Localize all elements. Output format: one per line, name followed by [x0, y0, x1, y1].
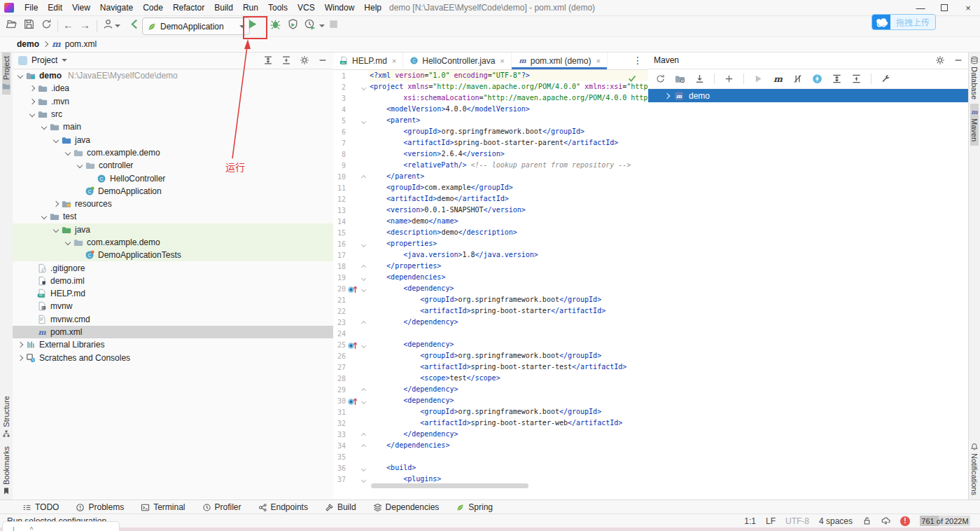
tree-chevron-icon[interactable]	[18, 342, 23, 347]
save-icon[interactable]	[23, 18, 37, 32]
close-button[interactable]: ×	[956, 3, 980, 13]
collapse-all-icon[interactable]	[851, 74, 862, 84]
tree-item-demoapplication[interactable]: CDemoApplication	[13, 185, 333, 198]
fold-end-icon[interactable]	[358, 173, 368, 181]
back-icon[interactable]: ←	[63, 18, 77, 32]
tree-chevron-icon[interactable]	[77, 163, 83, 168]
editor[interactable]: MDHELP.md×CHelloController.java×mpom.xml…	[333, 52, 649, 499]
bottom-tab-build[interactable]: Build	[325, 502, 356, 512]
settings-icon[interactable]	[300, 55, 309, 65]
download-icon[interactable]	[694, 74, 705, 84]
tree-item-demoapplicationtests[interactable]: CDemoApplicationTests	[13, 249, 333, 261]
build-icon[interactable]	[129, 18, 143, 32]
profiler-button[interactable]	[304, 18, 318, 32]
open-icon[interactable]	[6, 18, 20, 32]
tree-chevron-icon[interactable]	[53, 226, 59, 232]
tree-chevron-icon[interactable]	[29, 111, 35, 117]
lock-icon[interactable]	[862, 516, 872, 525]
tree-item-demo-iml[interactable]: demo.iml	[13, 275, 333, 287]
bottom-tab-todo[interactable]: TODO	[22, 502, 59, 512]
tab-close-icon[interactable]: ×	[500, 57, 504, 65]
expand-all-icon[interactable]	[263, 55, 273, 65]
minimize-button[interactable]: —	[909, 3, 932, 13]
sync-icon[interactable]	[41, 18, 55, 32]
breadcrumb-file[interactable]: pom.xml	[65, 39, 97, 49]
cloud-settings-icon[interactable]	[881, 516, 890, 525]
menu-code[interactable]: Code	[138, 0, 168, 15]
profile-dropdown-icon[interactable]	[115, 25, 120, 27]
tool-strip-tab-bookmarks[interactable]: Bookmarks	[2, 442, 10, 499]
tree-chevron-icon[interactable]	[18, 354, 23, 360]
debug-button[interactable]	[270, 18, 284, 32]
maximize-button[interactable]	[932, 3, 956, 13]
menu-window[interactable]: Window	[320, 0, 360, 15]
tree-item-pom-xml[interactable]: mpom.xml	[13, 326, 333, 338]
tree-chevron-icon[interactable]	[65, 240, 71, 245]
run-disabled-icon[interactable]	[753, 74, 764, 84]
tree-item-test[interactable]: test	[13, 210, 333, 223]
menu-file[interactable]: File	[20, 0, 43, 15]
fold-end-icon[interactable]	[358, 431, 368, 439]
editor-tab-pom-xml-demo-[interactable]: mpom.xml (demo)×	[512, 52, 608, 69]
tree-item-main[interactable]: main	[13, 120, 333, 133]
tree-item--mvn[interactable]: .mvn	[13, 95, 333, 108]
fold-open-icon[interactable]	[358, 117, 368, 125]
tree-chevron-icon[interactable]	[29, 85, 35, 91]
breadcrumb-project[interactable]: demo	[17, 39, 39, 49]
tree-item-java[interactable]: java	[13, 223, 333, 236]
tree-chevron-icon[interactable]	[41, 124, 47, 130]
tool-strip-tab-maven[interactable]: mMaven	[970, 104, 979, 146]
tab-close-icon[interactable]: ×	[392, 57, 396, 65]
maven-tree-item-demo[interactable]: mdemo	[648, 89, 969, 102]
hide-icon[interactable]	[318, 55, 328, 65]
tool-strip-tab-database[interactable]: Database	[970, 52, 979, 104]
menu-vcs[interactable]: VCS	[293, 0, 320, 15]
caret-position[interactable]: 1:1	[744, 516, 756, 526]
tree-chevron-icon[interactable]	[65, 150, 71, 156]
indent-setting[interactable]: 4 spaces	[819, 516, 853, 526]
fold-open-icon[interactable]	[358, 240, 368, 248]
dependency-nav-icon[interactable]	[347, 284, 358, 294]
tree-item-scratches-and-consoles[interactable]: Scratches and Consoles	[13, 352, 333, 364]
tree-item-com-example-demo[interactable]: com.example.demo	[13, 146, 333, 159]
tool-strip-tab-notifications[interactable]: Notifications	[970, 439, 979, 499]
line-ending[interactable]: LF	[766, 516, 776, 526]
tree-item--idea[interactable]: .idea	[13, 82, 333, 95]
tree-chevron-icon[interactable]	[18, 73, 23, 78]
tree-item-hellocontroller[interactable]: CHelloController	[13, 172, 333, 184]
profile-icon[interactable]	[102, 18, 116, 32]
tree-item-java[interactable]: java	[13, 133, 333, 146]
tree-item-com-example-demo[interactable]: com.example.demo	[13, 236, 333, 249]
error-notification-icon[interactable]: !	[900, 516, 910, 526]
tree-item-resources[interactable]: resources	[13, 198, 333, 210]
bottom-tab-dependencies[interactable]: Dependencies	[373, 502, 440, 512]
folder-settings-icon[interactable]	[675, 74, 685, 84]
tree-item--gitignore[interactable]: .gitignore	[13, 261, 333, 274]
plus-icon[interactable]	[724, 74, 734, 84]
fold-end-icon[interactable]	[358, 386, 368, 394]
tool-strip-tab-project[interactable]: Project	[2, 52, 10, 95]
bottom-tab-profiler[interactable]: Profiler	[202, 502, 241, 512]
menu-navigate[interactable]: Navigate	[95, 0, 138, 15]
floating-tool-popup[interactable]: |^...	[2, 521, 120, 531]
fold-open-icon[interactable]	[358, 464, 368, 472]
fold-open-icon[interactable]	[358, 476, 368, 483]
run-configuration-combo[interactable]: DemoApplication	[142, 18, 250, 35]
menu-help[interactable]: Help	[359, 0, 386, 15]
tree-chevron-icon[interactable]	[664, 92, 670, 98]
fold-open-icon[interactable]	[358, 341, 368, 349]
fold-open-icon[interactable]	[358, 285, 368, 293]
tree-item-demo[interactable]: demoN:\JavaEE\MyselfCode\demo	[13, 69, 333, 82]
memory-indicator[interactable]: 761 of 2022M	[920, 516, 970, 526]
dependency-nav-icon[interactable]	[347, 340, 358, 350]
drag-upload-badge[interactable]: 拖拽上传	[872, 14, 936, 30]
fold-end-icon[interactable]	[358, 319, 368, 326]
inspection-ok-icon[interactable]	[627, 74, 637, 83]
tree-chevron-icon[interactable]	[29, 98, 35, 104]
tool-strip-tab-structure[interactable]: Structure	[2, 392, 10, 442]
project-view-dropdown-icon[interactable]	[62, 59, 67, 62]
horizontal-scrollbar[interactable]	[371, 483, 528, 488]
fold-open-icon[interactable]	[358, 397, 368, 405]
skip-tests-icon[interactable]	[792, 74, 803, 84]
menu-build[interactable]: Build	[209, 0, 238, 15]
